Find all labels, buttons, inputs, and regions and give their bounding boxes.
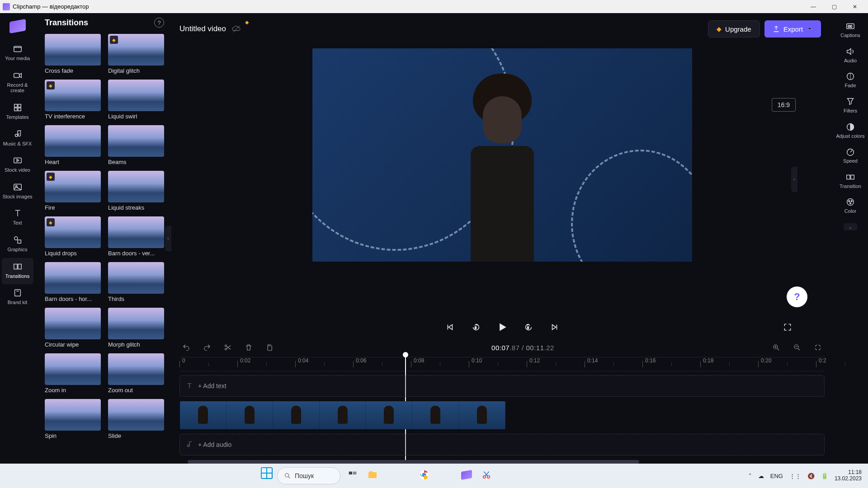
- upgrade-button[interactable]: ◆ Upgrade: [708, 20, 760, 38]
- transition-item[interactable]: ◆TV interference: [45, 80, 101, 120]
- svg-rect-19: [268, 346, 272, 351]
- language-indicator[interactable]: ENG: [770, 473, 783, 479]
- transition-item[interactable]: Slide: [108, 399, 164, 439]
- transition-item[interactable]: Cross fade: [45, 34, 101, 74]
- windows-taskbar: Пошук ˄ ☁ ENG ⋮⋮ 🔇 🔋 11:18 13.02.2023: [0, 464, 868, 488]
- minimize-button[interactable]: —: [803, 0, 824, 13]
- transition-item[interactable]: ◆Liquid drops: [45, 216, 101, 257]
- volume-icon[interactable]: 🔇: [807, 473, 815, 479]
- rail-item-record[interactable]: Record & create: [2, 67, 33, 99]
- transition-item[interactable]: Beams: [108, 125, 164, 165]
- rail-item-stock-video[interactable]: Stock video: [2, 152, 33, 178]
- svg-rect-12: [18, 264, 21, 269]
- cloud-sync-off-icon[interactable]: ◆: [231, 24, 241, 34]
- project-title[interactable]: Untitled video: [179, 24, 226, 33]
- taskbar-search[interactable]: Пошук: [277, 467, 340, 484]
- aspect-ratio-badge[interactable]: 16:9: [772, 98, 796, 112]
- property-adjust[interactable]: Adjust colors: [835, 118, 866, 144]
- seek-end-button[interactable]: [548, 321, 561, 333]
- play-button[interactable]: [496, 321, 509, 333]
- transition-item[interactable]: Circular wipe: [45, 308, 101, 348]
- text-track[interactable]: + Add text: [179, 375, 825, 397]
- tray-chevron-icon[interactable]: ˄: [749, 473, 752, 479]
- timeline-ruler[interactable]: 00:020:040:060:080:100:120:140:160:180:2…: [179, 357, 825, 371]
- chrome-button[interactable]: [416, 467, 432, 483]
- app-icon: [3, 3, 10, 10]
- rail-item-brandkit[interactable]: Brand kit: [2, 284, 33, 311]
- transition-item[interactable]: Thirds: [108, 262, 164, 302]
- video-clip[interactable]: [180, 401, 505, 429]
- rail-item-your-media[interactable]: Your media: [2, 40, 33, 67]
- wifi-icon[interactable]: ⋮⋮: [789, 473, 801, 479]
- zoom-in-button[interactable]: [771, 343, 781, 352]
- transition-item[interactable]: Liquid swirl: [108, 80, 164, 120]
- panel-collapse-button[interactable]: ‹: [165, 226, 171, 251]
- transition-item[interactable]: Zoom out: [108, 353, 164, 394]
- transition-item[interactable]: Barn doors - hor...: [45, 262, 101, 302]
- property-fade[interactable]: Fade: [835, 68, 866, 93]
- timeline-scrollbar[interactable]: [188, 460, 639, 464]
- forward-5-button[interactable]: 5: [522, 321, 535, 333]
- clock[interactable]: 11:18 13.02.2023: [835, 469, 862, 482]
- svg-rect-27: [847, 175, 850, 179]
- transition-item[interactable]: Liquid streaks: [108, 171, 164, 211]
- task-view-button[interactable]: [345, 467, 360, 483]
- transition-item[interactable]: ◆Digital glitch: [108, 34, 164, 74]
- rail-item-stock-images[interactable]: Stock images: [2, 178, 33, 205]
- svg-text:CC: CC: [848, 25, 853, 28]
- transition-item[interactable]: Zoom in: [45, 353, 101, 394]
- undo-button[interactable]: [181, 343, 191, 352]
- property-transition[interactable]: Transition: [835, 169, 866, 194]
- timeline-tracks: + Add text + Add audio: [171, 371, 833, 464]
- seek-start-button[interactable]: [443, 321, 456, 333]
- redo-button[interactable]: [202, 343, 212, 352]
- svg-rect-1: [14, 73, 19, 77]
- transition-item[interactable]: ◆Fire: [45, 171, 101, 211]
- duplicate-button[interactable]: [264, 343, 274, 352]
- maximize-button[interactable]: ▢: [824, 0, 844, 13]
- rail-item-templates[interactable]: Templates: [2, 99, 33, 126]
- rail-item-transitions[interactable]: Transitions: [2, 258, 33, 285]
- timecode: 00:07.87 / 00:11.22: [491, 344, 554, 352]
- onedrive-icon[interactable]: ☁: [758, 473, 764, 479]
- expand-rail-button[interactable]: ⌄: [844, 223, 857, 230]
- zoom-fit-button[interactable]: [813, 343, 823, 352]
- zoom-out-button[interactable]: [792, 343, 802, 352]
- start-button[interactable]: [261, 467, 273, 479]
- property-audio[interactable]: Audio: [835, 43, 866, 68]
- svg-line-14: [233, 26, 240, 33]
- rail-item-music[interactable]: Music & SFX: [2, 126, 33, 152]
- rewind-5-button[interactable]: 5: [470, 321, 482, 333]
- clipchamp-taskbar-button[interactable]: [459, 467, 474, 483]
- property-filters[interactable]: Filters: [835, 93, 866, 118]
- clipchamp-logo[interactable]: [9, 19, 26, 33]
- transition-item[interactable]: Barn doors - ver...: [108, 216, 164, 257]
- audio-track[interactable]: + Add audio: [179, 434, 825, 455]
- help-fab[interactable]: ?: [787, 286, 807, 307]
- transition-item[interactable]: Spin: [45, 399, 101, 439]
- export-button[interactable]: Export: [764, 20, 821, 38]
- video-preview[interactable]: [312, 48, 692, 262]
- svg-text:5: 5: [475, 326, 476, 329]
- help-icon[interactable]: ?: [154, 18, 164, 28]
- transition-item[interactable]: Morph glitch: [108, 308, 164, 348]
- delete-button[interactable]: [244, 343, 254, 352]
- svg-rect-3: [18, 104, 20, 107]
- battery-icon[interactable]: 🔋: [821, 473, 828, 479]
- split-button[interactable]: [223, 343, 233, 352]
- playback-controls: 5 5: [171, 316, 833, 338]
- svg-rect-11: [14, 264, 17, 269]
- right-panel-collapse[interactable]: ›: [791, 167, 797, 192]
- file-explorer-button[interactable]: [365, 467, 380, 483]
- transition-item[interactable]: Heart: [45, 125, 101, 165]
- svg-rect-13: [14, 290, 20, 296]
- rail-item-text[interactable]: Text: [2, 205, 33, 231]
- snipping-tool-button[interactable]: [479, 467, 494, 483]
- property-color[interactable]: Color: [835, 193, 866, 219]
- close-button[interactable]: ✕: [844, 0, 865, 13]
- property-captions[interactable]: CCCaptions: [835, 18, 866, 43]
- property-speed[interactable]: Speed: [835, 143, 866, 169]
- rail-item-graphics[interactable]: Graphics: [2, 231, 33, 258]
- fullscreen-button[interactable]: [781, 321, 794, 333]
- video-track[interactable]: [179, 401, 825, 429]
